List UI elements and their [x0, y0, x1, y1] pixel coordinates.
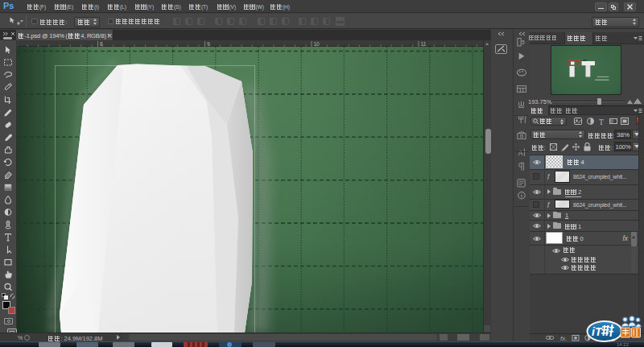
- svg-text:iT: iT: [592, 325, 603, 338]
- svg-text:T: T: [599, 118, 604, 126]
- svg-text:A: A: [518, 149, 523, 157]
- svg-text:fx.: fx.: [560, 335, 567, 341]
- svg-text:5: 5: [522, 39, 525, 45]
